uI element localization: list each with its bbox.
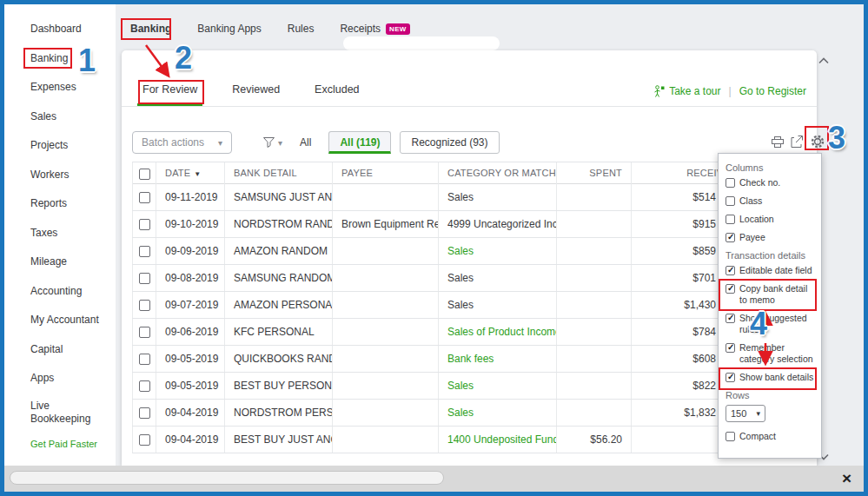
checkbox-unchecked[interactable]	[726, 196, 735, 206]
tab-for-review[interactable]: For Review	[142, 81, 197, 106]
nav-item-receipts[interactable]: ReceiptsNEW	[340, 23, 409, 35]
cell-date[interactable]: 09-07-2019	[156, 292, 225, 318]
cell-category[interactable]: Bank fees	[439, 346, 557, 372]
export-icon[interactable]	[791, 136, 803, 148]
gear-option-location[interactable]: Location	[726, 214, 814, 225]
cell-payee[interactable]	[333, 265, 439, 291]
checkbox-checked[interactable]	[726, 266, 735, 275]
row-checkbox[interactable]	[139, 273, 150, 284]
scroll-up-icon[interactable]	[818, 57, 829, 64]
row-checkbox[interactable]	[139, 192, 150, 203]
sidebar-item-expenses[interactable]: Expenses	[4, 73, 116, 103]
cell-payee[interactable]	[333, 319, 439, 345]
cell-bank-detail[interactable]: KFC PERSONAL	[225, 319, 333, 345]
sidebar-item-workers[interactable]: Workers	[4, 161, 116, 190]
cell-date[interactable]: 09-05-2019	[156, 373, 225, 399]
sidebar-item-projects[interactable]: Projects	[4, 131, 116, 161]
cell-date[interactable]: 09-04-2019	[156, 400, 225, 426]
cell-category[interactable]: Sales	[439, 184, 557, 210]
cell-date[interactable]: 09-05-2019	[156, 346, 225, 372]
sidebar-item-mileage[interactable]: Mileage	[4, 248, 116, 277]
column-header-bank-detail[interactable]: BANK DETAIL	[225, 162, 333, 185]
sidebar-item-apps[interactable]: Apps	[4, 364, 116, 393]
row-checkbox[interactable]	[139, 219, 150, 230]
row-checkbox[interactable]	[139, 300, 150, 311]
cell-bank-detail[interactable]: AMAZON RANDOM	[225, 238, 333, 264]
checkbox-checked[interactable]	[726, 373, 735, 382]
cell-bank-detail[interactable]: BEST BUY PERSONAL	[225, 373, 333, 399]
cell-bank-detail[interactable]: SAMSUNG RANDOM	[225, 265, 333, 291]
sidebar-item-my-accountant[interactable]: My Accountant	[4, 306, 116, 335]
checkbox-checked[interactable]	[726, 233, 735, 242]
cell-category[interactable]: 1400 Undeposited Funds	[439, 427, 557, 453]
cell-payee[interactable]	[333, 292, 439, 318]
row-checkbox[interactable]	[139, 246, 150, 257]
rows-select[interactable]: 150▾	[726, 405, 765, 422]
row-checkbox[interactable]	[139, 354, 150, 365]
cell-payee[interactable]	[333, 184, 439, 210]
cell-payee[interactable]	[333, 427, 439, 453]
sidebar-item-live-bookkeeping[interactable]: Live Bookkeeping	[4, 393, 116, 432]
nav-item-banking-apps[interactable]: Banking Apps	[197, 23, 261, 35]
get-paid-faster-link[interactable]: Get Paid Faster	[4, 439, 116, 449]
sidebar-item-accounting[interactable]: Accounting	[4, 277, 116, 307]
cell-payee[interactable]	[333, 238, 439, 264]
print-icon[interactable]	[772, 136, 784, 148]
cell-bank-detail[interactable]: SAMSUNG JUST ANOT...	[225, 184, 333, 210]
sidebar-item-dashboard[interactable]: Dashboard	[4, 15, 116, 44]
cell-payee[interactable]	[333, 346, 439, 372]
cell-category[interactable]: 4999 Uncategorized Inc...	[439, 211, 557, 237]
cell-category[interactable]: Sales of Product Income	[439, 319, 557, 345]
cell-category[interactable]: Sales	[439, 292, 557, 318]
checkbox-checked[interactable]	[726, 343, 735, 353]
gear-option-show-suggested-rules[interactable]: Show suggested rules	[726, 313, 814, 335]
gear-option-class[interactable]: Class	[726, 195, 814, 207]
row-checkbox[interactable]	[139, 327, 150, 338]
batch-actions-button[interactable]: Batch actions ▾	[132, 131, 232, 154]
gear-option-editable-date-field[interactable]: Editable date field	[726, 265, 814, 276]
sidebar-item-sales[interactable]: Sales	[4, 103, 116, 132]
gear-option-check-no[interactable]: Check no.	[726, 177, 814, 188]
cell-date[interactable]: 09-09-2019	[156, 238, 225, 264]
cell-payee[interactable]: Brown Equipment Rental	[333, 211, 439, 237]
horizontal-scrollbar-thumb[interactable]	[10, 471, 444, 485]
cell-bank-detail[interactable]: NORDSTROM PERSONAL	[225, 400, 333, 426]
cell-date[interactable]: 09-04-2019	[156, 427, 225, 453]
gear-option-remember-category-selection[interactable]: Remember category selection	[726, 342, 814, 365]
row-checkbox[interactable]	[139, 434, 150, 446]
row-checkbox[interactable]	[139, 380, 150, 392]
cell-date[interactable]: 09-08-2019	[156, 265, 225, 291]
sidebar-item-banking[interactable]: Banking	[4, 44, 116, 74]
sidebar-item-taxes[interactable]: Taxes	[4, 219, 116, 248]
cell-date[interactable]: 09-06-2019	[156, 319, 225, 345]
checkbox-checked[interactable]	[726, 284, 735, 294]
checkbox-unchecked[interactable]	[726, 178, 735, 188]
cell-category[interactable]: Sales	[439, 238, 557, 264]
cell-payee[interactable]	[333, 373, 439, 399]
nav-item-banking[interactable]: Banking	[130, 23, 171, 35]
row-checkbox[interactable]	[139, 407, 150, 419]
cell-category[interactable]: Sales	[439, 265, 557, 291]
column-header-category-or-match[interactable]: CATEGORY OR MATCH	[439, 162, 557, 185]
gear-icon[interactable]	[810, 134, 825, 149]
nav-item-rules[interactable]: Rules	[288, 23, 315, 35]
checkbox-checked[interactable]	[726, 314, 735, 323]
cell-bank-detail[interactable]: BEST BUY JUST ANOTH...	[225, 427, 333, 453]
cell-date[interactable]: 09-11-2019	[156, 184, 225, 210]
tab-reviewed[interactable]: Reviewed	[232, 81, 280, 106]
column-header-date[interactable]: DATE▼	[156, 162, 225, 185]
cell-bank-detail[interactable]: QUICKBOOKS RANDOM	[225, 346, 333, 372]
cell-bank-detail[interactable]: AMAZON PERSONAL	[225, 292, 333, 318]
tab-excluded[interactable]: Excluded	[315, 81, 359, 106]
cell-category[interactable]: Sales	[439, 373, 557, 399]
filter-button[interactable]: ▾	[263, 137, 282, 148]
take-a-tour-link[interactable]: Take a tour	[653, 85, 720, 97]
cell-date[interactable]: 09-10-2019	[156, 211, 225, 237]
gear-option-compact[interactable]: Compact	[726, 431, 814, 442]
cell-bank-detail[interactable]: NORDSTROM RANDOM	[225, 211, 333, 237]
cell-category[interactable]: Sales	[439, 400, 557, 426]
checkbox-unchecked[interactable]	[726, 432, 735, 441]
checkbox-unchecked[interactable]	[726, 215, 735, 224]
go-to-register-link[interactable]: Go to Register	[739, 85, 806, 97]
column-header-spent[interactable]: SPENT	[557, 162, 632, 185]
